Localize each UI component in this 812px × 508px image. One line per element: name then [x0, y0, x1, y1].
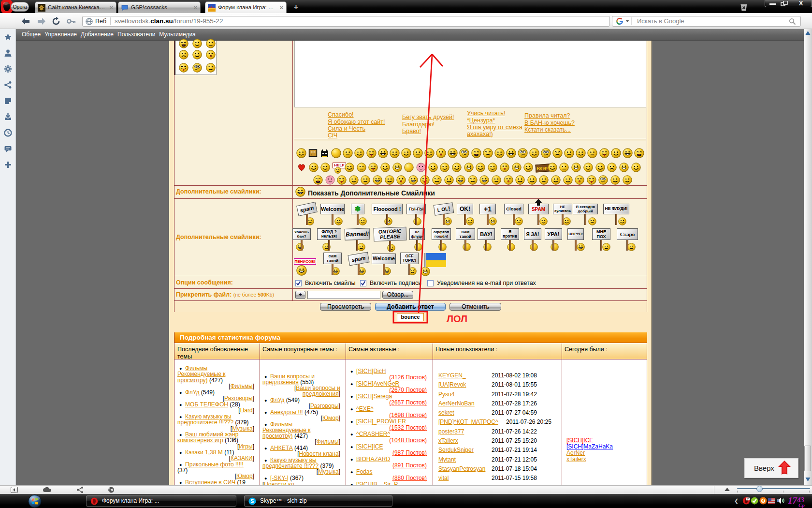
svg-text:ЛОЛ: ЛОЛ — [447, 314, 467, 324]
